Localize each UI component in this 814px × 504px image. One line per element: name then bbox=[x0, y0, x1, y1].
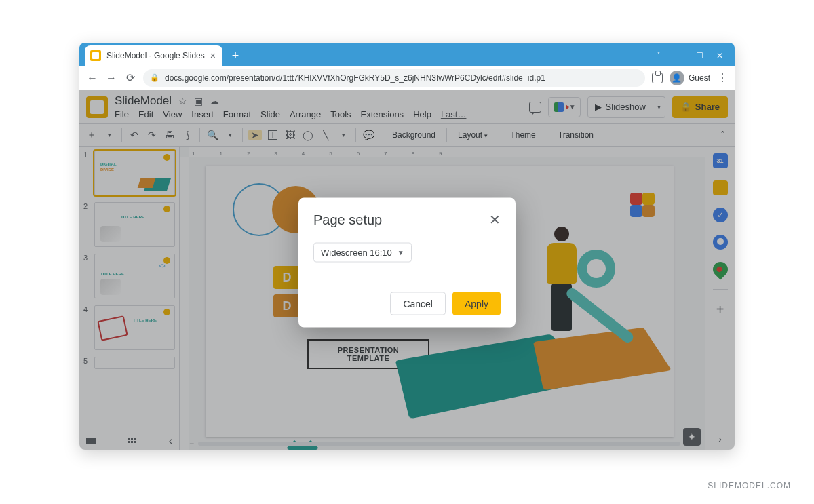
tab-close-icon[interactable]: × bbox=[210, 50, 216, 61]
nav-back-icon[interactable]: ← bbox=[86, 72, 98, 84]
nav-forward-icon[interactable]: → bbox=[105, 72, 117, 84]
dialog-title: Page setup bbox=[313, 212, 382, 227]
browser-titlebar: SlideModel - Google Slides × + ˅ — ☐ ✕ bbox=[79, 43, 735, 66]
profile-chip[interactable]: 👤 Guest bbox=[670, 71, 710, 85]
new-tab-button[interactable]: + bbox=[227, 47, 244, 64]
slides-favicon-icon bbox=[90, 50, 101, 61]
cancel-button[interactable]: Cancel bbox=[390, 292, 446, 315]
url-text: docs.google.com/presentation/d/1ttt7KHlX… bbox=[165, 73, 545, 83]
window-controls: ˅ — ☐ ✕ bbox=[653, 51, 735, 66]
browser-window: SlideModel - Google Slides × + ˅ — ☐ ✕ ←… bbox=[79, 43, 735, 450]
omnibox[interactable]: 🔒 docs.google.com/presentation/d/1ttt7KH… bbox=[143, 69, 645, 87]
avatar-icon: 👤 bbox=[670, 71, 684, 85]
window-close-icon[interactable]: ✕ bbox=[714, 51, 725, 60]
caret-down-icon: ▼ bbox=[398, 249, 404, 256]
tab-title: SlideModel - Google Slides bbox=[106, 51, 205, 60]
browser-tab[interactable]: SlideModel - Google Slides × bbox=[85, 45, 222, 66]
aspect-ratio-value: Widescreen 16:10 bbox=[321, 248, 392, 258]
address-bar: ← → ⟳ 🔒 docs.google.com/presentation/d/1… bbox=[79, 66, 735, 90]
lock-icon: 🔒 bbox=[150, 73, 159, 82]
page-setup-dialog: Page setup ✕ Widescreen 16:10 ▼ Cancel A… bbox=[298, 198, 516, 328]
dialog-close-button[interactable]: ✕ bbox=[489, 212, 501, 228]
extensions-icon[interactable] bbox=[652, 73, 663, 83]
guest-label: Guest bbox=[689, 73, 710, 83]
aspect-ratio-select[interactable]: Widescreen 16:10 ▼ bbox=[313, 243, 412, 263]
window-maximize-icon[interactable]: ☐ bbox=[694, 51, 705, 60]
nav-reload-icon[interactable]: ⟳ bbox=[124, 71, 136, 84]
apply-button[interactable]: Apply bbox=[452, 292, 501, 315]
watermark: SLIDEMODEL.COM bbox=[708, 481, 791, 490]
chrome-menu-icon[interactable]: ⋮ bbox=[717, 71, 728, 84]
window-minimize-icon[interactable]: ˅ bbox=[653, 51, 664, 60]
window-line-icon[interactable]: — bbox=[674, 51, 684, 60]
